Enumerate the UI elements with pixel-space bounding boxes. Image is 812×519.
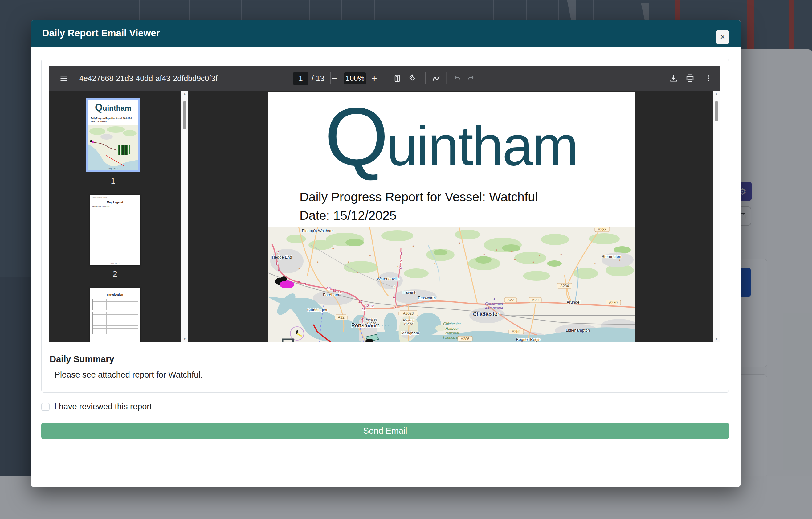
svg-text:Emsworth: Emsworth [418,295,436,300]
plane-icon: ✈ [492,297,496,301]
svg-text:▲: ▲ [347,260,350,263]
thumb3-title: Introduction [90,293,140,296]
page-total-label: / 13 [312,66,324,91]
thumb1-logo: Quintham [88,102,138,113]
scroll-up-icon[interactable]: ▲ [181,91,188,97]
svg-text:Island: Island [404,322,413,326]
thumbnail-page-3[interactable]: Introduction [90,288,140,342]
close-icon: × [720,32,725,41]
zoom-out-button[interactable]: − [331,66,337,91]
svg-text:Stubbington: Stubbington [307,308,328,312]
undo-button[interactable] [453,66,461,91]
print-button[interactable] [685,66,695,91]
svg-text:Storrington: Storrington [602,254,621,259]
screen: ⚙ Powering Positive Coexistence East Wit… [0,0,812,519]
toolbar-divider [425,72,426,84]
svg-text:Havant: Havant [402,290,415,295]
toolbar-divider [384,72,384,84]
page-number-input[interactable] [293,73,309,85]
svg-text:▲: ▲ [397,265,399,268]
thumbnail-page-1[interactable]: Quintham Daily Progress Report for Vesse… [88,100,138,170]
svg-text:▲: ▲ [356,271,359,274]
rotate-button[interactable] [408,66,417,91]
svg-text:12: 12 [370,304,374,308]
svg-text:National: National [445,331,459,335]
svg-text:9: 9 [304,282,306,286]
scroll-down-icon[interactable]: ▼ [181,336,188,342]
svg-text:Aerodrome: Aerodrome [485,306,503,310]
send-email-button[interactable]: Send Email [41,423,729,439]
fit-page-button[interactable] [393,66,402,91]
svg-text:Portsea: Portsea [366,317,377,321]
svg-text:A280: A280 [609,300,617,305]
svg-text:▲: ▲ [514,257,517,260]
svg-text:Chichester: Chichester [473,311,499,317]
download-icon [669,74,678,83]
svg-text:▲: ▲ [412,244,415,248]
svg-text:Bishop's Waltham: Bishop's Waltham [302,228,334,233]
print-icon [685,74,695,83]
thumbnail-page-2[interactable]: Daily Progress Report Map Legend Vessel … [90,195,140,265]
thumbnail-scrollbar-thumb[interactable] [183,101,186,129]
pdf-filename: 4e427668-21d3-40dd-af43-2dfdbd9c0f3f [79,66,218,91]
svg-text:▲: ▲ [532,260,535,263]
svg-text:A286: A286 [461,337,469,341]
thumb2-header: Daily Progress Report [92,197,107,199]
pdf-toolbar: 4e427668-21d3-40dd-af43-2dfdbd9c0f3f / 1… [49,66,720,91]
daily-report-email-viewer-modal: Daily Report Email Viewer × 4e427668-21d… [30,20,741,487]
modal-header: Daily Report Email Viewer × [30,20,741,47]
thumb2-title: Map Legend [90,201,140,204]
svg-text:11: 11 [332,288,336,292]
thumb3-table-2 [92,312,138,334]
redo-button[interactable] [467,66,476,91]
svg-text:Fareham: Fareham [323,292,339,297]
thumbnail-pane: Quintham Daily Progress Report for Vesse… [49,91,188,342]
svg-text:2: 2 [400,259,402,263]
undo-icon [453,74,461,83]
kebab-menu-icon [704,74,713,82]
daily-summary-heading: Daily Summary [50,354,114,364]
menu-button[interactable] [59,66,68,91]
scroll-down-icon[interactable]: ▼ [713,336,720,342]
thumb3-table-1 [92,299,138,310]
main-scrollbar-thumb[interactable] [715,101,718,121]
annotate-button[interactable] [431,66,441,91]
review-checkbox-label: I have reviewed this report [54,402,152,411]
report-card: 4e427668-21d3-40dd-af43-2dfdbd9c0f3f / 1… [41,59,729,393]
review-checkbox[interactable] [41,403,50,411]
svg-text:▲: ▲ [618,259,621,262]
more-options-button[interactable] [704,66,713,91]
svg-text:10: 10 [327,286,331,290]
svg-text:12: 12 [358,299,362,303]
zoom-level[interactable]: 100% [344,73,366,84]
thumb1-mini-map [88,125,138,170]
svg-text:2: 2 [361,317,363,320]
scroll-up-icon[interactable]: ▲ [713,91,720,97]
hamburger-icon [59,74,68,83]
thumbnail-2-label: 2 [90,269,140,279]
svg-text:▲: ▲ [369,254,372,257]
svg-text:▲: ▲ [332,246,335,249]
zoom-in-button[interactable]: + [371,66,377,91]
svg-text:Harbour: Harbour [445,326,459,331]
svg-text:A27: A27 [507,298,514,302]
progress-map: ▲▲▲ ▲▲▲ ▲▲▲ ▲▲▲ ▲▲▲ ▲▲▲ ▲▲ B [268,227,635,342]
review-checkbox-row: I have reviewed this report [41,402,152,411]
svg-text:12: 12 [362,307,366,311]
svg-text:▲: ▲ [483,252,486,256]
download-button[interactable] [669,66,678,91]
fit-page-icon [393,74,402,83]
svg-text:Island: Island [367,321,376,325]
toolbar-divider [446,72,446,84]
svg-text:Hayling: Hayling [403,318,415,322]
svg-text:Hedge End: Hedge End [272,255,292,260]
daily-summary-body: Please see attached report for Watchful. [55,370,203,380]
main-scrollbar[interactable]: ▲ ▼ [713,91,720,342]
toolbar-divider [330,72,331,84]
svg-text:A283: A283 [598,227,606,232]
close-button[interactable]: × [716,30,729,45]
svg-text:▲: ▲ [317,260,319,263]
svg-text:2: 2 [362,322,364,326]
quintham-logo: Quintham [268,92,635,184]
thumbnail-scrollbar[interactable]: ▲ ▼ [181,91,188,342]
